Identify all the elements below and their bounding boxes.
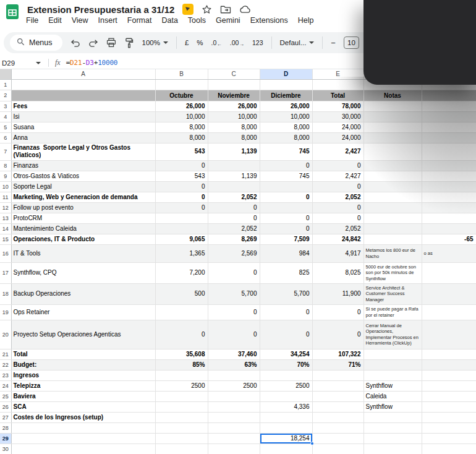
cell-G2[interactable] xyxy=(422,90,476,101)
cell-F22[interactable] xyxy=(363,359,422,370)
cell-E30[interactable] xyxy=(312,443,363,454)
currency-format-button[interactable]: £ xyxy=(185,39,189,46)
cell-D16[interactable]: 984 xyxy=(260,244,312,262)
redo-icon[interactable] xyxy=(88,38,98,48)
cell-E1[interactable] xyxy=(312,79,363,90)
font-family-selector[interactable]: Defaul... xyxy=(280,39,315,46)
cell-G5[interactable] xyxy=(422,122,476,132)
row-header-6[interactable]: 6 xyxy=(0,132,11,143)
menu-gemini[interactable]: Gemini xyxy=(216,16,240,25)
cell-C18[interactable]: 5,700 xyxy=(208,283,260,304)
menu-view[interactable]: View xyxy=(72,16,88,25)
cell-G30[interactable] xyxy=(422,443,476,454)
cell-G21[interactable] xyxy=(422,349,476,359)
cell-E7[interactable]: 2,427 xyxy=(312,143,363,160)
cell-E29[interactable] xyxy=(312,433,363,443)
row-header-10[interactable]: 10 xyxy=(0,181,11,192)
move-folder-icon[interactable] xyxy=(220,5,231,14)
cell-G8[interactable] xyxy=(422,160,476,171)
cell-D15[interactable]: 7,509 xyxy=(260,234,312,244)
cell-B3[interactable]: 26,000 xyxy=(155,101,208,111)
cell-D10[interactable] xyxy=(260,181,312,192)
select-all-corner[interactable] xyxy=(0,69,11,79)
cell-E9[interactable]: 2,427 xyxy=(312,171,363,181)
cell-C13[interactable]: 0 xyxy=(208,213,260,223)
cell-E4[interactable]: 30,000 xyxy=(312,111,363,122)
cell-E15[interactable]: 24,842 xyxy=(312,234,363,244)
row-header-12[interactable]: 12 xyxy=(0,202,11,213)
cell-A22[interactable]: Budget: xyxy=(11,359,155,370)
fill-handle[interactable] xyxy=(310,442,314,445)
row-header-13[interactable]: 13 xyxy=(0,213,11,223)
row-header-26[interactable]: 26 xyxy=(0,401,11,412)
column-header-A[interactable]: A xyxy=(11,69,155,79)
cell-G29[interactable] xyxy=(422,433,476,443)
cell-B17[interactable]: 7,200 xyxy=(155,262,208,283)
cell-G17[interactable] xyxy=(422,262,476,283)
row-header-18[interactable]: 18 xyxy=(0,283,11,304)
cell-E2[interactable]: Total xyxy=(312,90,363,101)
cell-C27[interactable] xyxy=(208,412,260,422)
cell-G24[interactable] xyxy=(422,380,476,391)
row-header-28[interactable]: 28 xyxy=(0,422,11,433)
cell-B5[interactable]: 8,000 xyxy=(155,122,208,132)
cell-D3[interactable]: 26,000 xyxy=(260,101,312,111)
row-header-19[interactable]: 19 xyxy=(0,304,11,320)
cell-C22[interactable]: 63% xyxy=(208,359,260,370)
row-header-9[interactable]: 9 xyxy=(0,171,11,181)
cell-F27[interactable] xyxy=(363,412,422,422)
cell-B26[interactable] xyxy=(155,401,208,412)
cell-B2[interactable]: Octubre xyxy=(155,90,208,101)
cell-C15[interactable]: 8,269 xyxy=(208,234,260,244)
undo-icon[interactable] xyxy=(70,38,80,48)
cell-F15[interactable] xyxy=(363,234,422,244)
cell-A25[interactable]: Baviera xyxy=(11,391,155,401)
cell-F9[interactable] xyxy=(363,171,422,181)
cell-A16[interactable]: IT & Tools xyxy=(11,244,155,262)
cell-F24[interactable]: Synthflow xyxy=(363,380,422,391)
cell-E26[interactable] xyxy=(312,401,363,412)
cell-D13[interactable]: 0 xyxy=(260,213,312,223)
cell-A2[interactable] xyxy=(11,90,155,101)
column-header-E[interactable]: E xyxy=(312,69,363,79)
cell-B24[interactable]: 2500 xyxy=(155,380,208,391)
cell-E24[interactable] xyxy=(312,380,363,391)
cell-A23[interactable]: Ingresos xyxy=(11,370,155,380)
cell-F2[interactable]: Notas xyxy=(363,90,422,101)
cell-A20[interactable]: Proyecto Setup Operaciones Agenticas xyxy=(11,320,155,349)
cell-D14[interactable]: 0 xyxy=(260,223,312,234)
cell-D5[interactable]: 8,000 xyxy=(260,122,312,132)
font-size-input[interactable]: 10 xyxy=(344,36,359,49)
cell-D21[interactable]: 34,254 xyxy=(260,349,312,359)
cell-C30[interactable] xyxy=(208,443,260,454)
cell-B22[interactable]: 85% xyxy=(155,359,208,370)
cell-C1[interactable] xyxy=(208,79,260,90)
cell-A13[interactable]: ProtoCRM xyxy=(11,213,155,223)
cell-G4[interactable] xyxy=(422,111,476,122)
cell-D19[interactable]: 0 xyxy=(260,304,312,320)
row-header-3[interactable]: 3 xyxy=(0,101,11,111)
row-header-4[interactable]: 4 xyxy=(0,111,11,122)
cell-E21[interactable]: 107,322 xyxy=(312,349,363,359)
cell-D8[interactable]: 0 xyxy=(260,160,312,171)
cell-G9[interactable] xyxy=(422,171,476,181)
cell-G20[interactable] xyxy=(422,320,476,349)
cell-F28[interactable] xyxy=(363,422,422,433)
cell-F6[interactable] xyxy=(363,132,422,143)
cell-B9[interactable]: 543 xyxy=(155,171,208,181)
cell-F17[interactable]: 5000 eur de octubre son son por 50k minu… xyxy=(363,262,422,283)
cell-E8[interactable]: 0 xyxy=(312,160,363,171)
cell-C2[interactable]: Noviembre xyxy=(208,90,260,101)
cell-D30[interactable] xyxy=(260,443,312,454)
cell-G18[interactable] xyxy=(422,283,476,304)
cell-F20[interactable]: Cerrar Manual de Operaciones, Implementa… xyxy=(363,320,422,349)
cell-D7[interactable]: 745 xyxy=(260,143,312,160)
cell-C4[interactable]: 10,000 xyxy=(208,111,260,122)
cell-D20[interactable]: 0 xyxy=(260,320,312,349)
row-header-8[interactable]: 8 xyxy=(0,160,11,171)
cell-G7[interactable] xyxy=(422,143,476,160)
cell-F4[interactable] xyxy=(363,111,422,122)
cell-A30[interactable] xyxy=(11,443,155,454)
cell-B10[interactable]: 0 xyxy=(155,181,208,192)
cell-A14[interactable]: Mantenimiento Caleida xyxy=(11,223,155,234)
